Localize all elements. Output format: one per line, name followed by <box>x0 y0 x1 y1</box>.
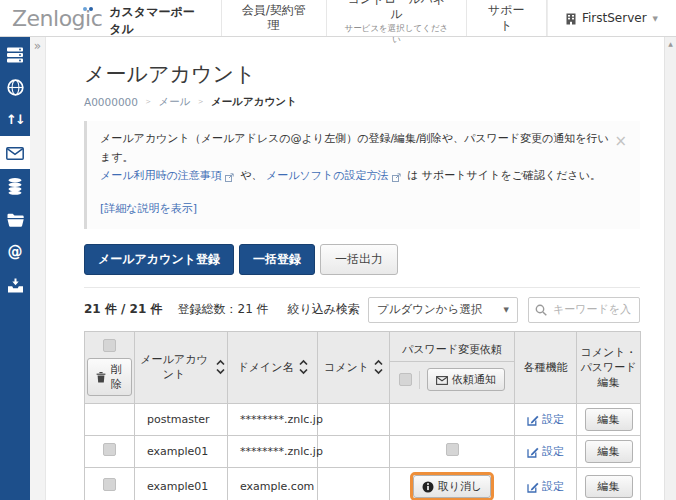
mail-icon <box>6 143 24 162</box>
sidebar: ↑↓ @ <box>0 37 30 500</box>
delete-button[interactable]: 削除 <box>87 358 132 396</box>
notice-suffix: は サポートサイトをご確認ください。 <box>407 169 601 182</box>
nav-member-contract[interactable]: 会員/契約管理 <box>221 0 327 36</box>
database-icon <box>7 176 23 195</box>
domain-cell: ********.znlc.jp <box>228 403 318 435</box>
pw-request-checkbox[interactable] <box>446 443 459 456</box>
select-cell <box>85 403 135 435</box>
account-menu[interactable]: FirstServer ▼ <box>547 0 676 36</box>
register-mail-account-button[interactable]: メールアカウント登録 <box>84 244 234 275</box>
import-icon <box>7 275 24 294</box>
cancel-request-button[interactable]: 取り消し <box>413 475 492 498</box>
divider <box>419 371 420 389</box>
mail-account-table: 削除 メールアカウント ドメイン名 <box>84 331 641 500</box>
row-select-checkbox[interactable] <box>103 478 116 491</box>
scroll-up-arrow-icon[interactable]: ▲ <box>665 37 676 50</box>
breadcrumb-current: メールアカウント <box>211 95 297 109</box>
folder-icon <box>7 209 24 228</box>
nav-support[interactable]: サポート <box>466 0 547 36</box>
sidebar-item-transfer[interactable]: ↑↓ <box>0 103 30 136</box>
breadcrumb-separator: ＞ <box>144 96 153 108</box>
notice-line2: メール利用時の注意事項 や、 メールソフトの設定方法 は サポートサイトをご確認… <box>100 167 610 187</box>
portal-label: カスタマーポータル <box>109 4 204 38</box>
sidebar-expand-icon[interactable]: » <box>30 37 45 55</box>
edit-cell: 編集 <box>577 467 641 500</box>
delete-button-label: 削除 <box>110 362 123 392</box>
table-body: postmaster ********.znlc.jp 設定 編集 exampl… <box>85 403 641 500</box>
sidebar-item-mail[interactable] <box>0 136 30 169</box>
domain-cell: example.com <box>228 467 318 500</box>
edit-pencil-icon <box>527 445 539 458</box>
external-link-icon <box>225 168 234 187</box>
edit-button[interactable]: 編集 <box>585 408 633 431</box>
sort-icon[interactable] <box>216 359 225 375</box>
toolbar: メールアカウント登録 一括登録 一括出力 <box>84 244 664 275</box>
header-comment-label: コメント <box>324 360 369 375</box>
edit-cell: 編集 <box>577 435 641 467</box>
chevron-down-icon: ▼ <box>504 306 509 314</box>
vertical-scrollbar[interactable]: ▲ <box>664 37 676 500</box>
select-all-password-checkbox[interactable] <box>399 373 412 386</box>
trash-icon <box>96 370 106 383</box>
search-icon <box>535 303 547 317</box>
sidebar-item-import[interactable] <box>0 268 30 301</box>
settings-link[interactable]: 設定 <box>527 412 564 427</box>
sidebar-item-folder[interactable] <box>0 202 30 235</box>
row-select-checkbox[interactable] <box>103 443 116 456</box>
nav-sublabel: サービスを選択してください <box>344 23 448 44</box>
divider <box>84 287 640 288</box>
settings-link[interactable]: 設定 <box>527 444 564 459</box>
domain-cell: ********.znlc.jp <box>228 435 318 467</box>
notice-line1: メールアカウント（メールアドレスの@より左側）の登録/編集/削除や、パスワード変… <box>100 130 610 167</box>
filter-dropdown[interactable]: プルダウンから選択 ▼ <box>368 297 518 323</box>
zenlogic-logo: Zenlogic <box>12 6 102 31</box>
functions-cell: 設定 <box>515 435 577 467</box>
account-cell: example01 <box>135 435 228 467</box>
settings-label: 設定 <box>542 444 564 459</box>
sidebar-item-at[interactable]: @ <box>0 235 30 268</box>
header-comment-password-edit: コメント・パスワード編集 <box>577 331 641 403</box>
notify-request-button[interactable]: 依頼通知 <box>427 368 505 391</box>
show-details-link[interactable]: [詳細な説明を表示] <box>100 200 197 219</box>
bulk-export-button[interactable]: 一括出力 <box>320 244 398 275</box>
close-icon[interactable]: × <box>614 134 627 149</box>
header-functions: 各種機能 <box>515 331 577 403</box>
table-row: example01 example.com 取り消し 設定 編集 <box>85 467 641 500</box>
logo-dots-icon <box>83 7 93 11</box>
notes-link[interactable]: メール利用時の注意事項 <box>100 169 222 182</box>
header-select-delete: 削除 <box>85 331 135 403</box>
notify-request-label: 依頼通知 <box>452 372 496 387</box>
nav-label: コントロールパネル <box>344 0 448 22</box>
mail-setup-link[interactable]: メールソフトの設定方法 <box>266 169 389 182</box>
breadcrumb-account-id[interactable]: A0000000 <box>84 96 138 108</box>
keyword-search <box>528 297 640 323</box>
header-comment: コメント <box>318 331 390 403</box>
breadcrumb-separator: ＞ <box>196 96 205 108</box>
nav-label: サポート <box>484 3 529 33</box>
comment-cell <box>318 467 390 500</box>
comment-cell <box>318 403 390 435</box>
select-all-checkbox[interactable] <box>103 339 116 352</box>
server-icon <box>6 44 24 63</box>
sort-icon[interactable] <box>299 359 308 375</box>
table-row: postmaster ********.znlc.jp 設定 編集 <box>85 403 641 435</box>
sidebar-item-server[interactable] <box>0 37 30 70</box>
sidebar-item-database[interactable] <box>0 169 30 202</box>
brand[interactable]: Zenlogic カスタマーポータル <box>0 0 221 36</box>
settings-link[interactable]: 設定 <box>527 479 564 494</box>
edit-button[interactable]: 編集 <box>585 475 633 498</box>
sidebar-item-globe[interactable] <box>0 70 30 103</box>
breadcrumb-mail[interactable]: メール <box>158 95 190 109</box>
header-domain: ドメイン名 <box>228 331 318 403</box>
pw-cell <box>390 435 515 467</box>
search-input[interactable] <box>551 302 633 317</box>
edit-button[interactable]: 編集 <box>585 440 633 463</box>
sort-icon[interactable] <box>374 359 383 375</box>
at-icon: @ <box>8 243 23 261</box>
globe-icon <box>7 77 24 96</box>
nav-control-panel[interactable]: コントロールパネル サービスを選択してください <box>326 0 465 36</box>
nav-label: 会員/契約管理 <box>239 3 310 33</box>
select-cell <box>85 435 135 467</box>
bulk-register-button[interactable]: 一括登録 <box>239 244 315 275</box>
sidebar-gutter: » <box>30 37 46 500</box>
